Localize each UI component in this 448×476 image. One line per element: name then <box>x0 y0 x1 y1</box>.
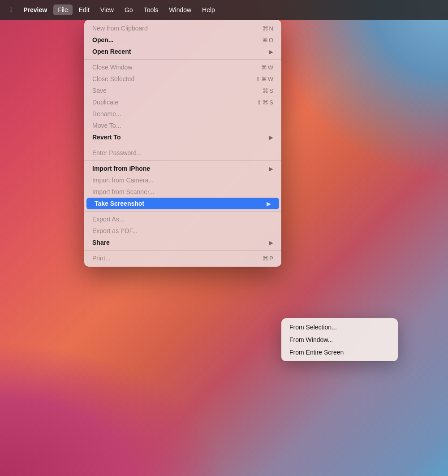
menu-item-export-pdf[interactable]: Export as PDF... <box>84 225 281 237</box>
apple-menu[interactable]:  <box>5 4 17 16</box>
separator-3 <box>84 160 281 161</box>
menu-item-print[interactable]: Print... ⌘P <box>84 252 281 264</box>
menu-item-import-iphone[interactable]: Import from iPhone ▶ <box>84 163 281 174</box>
window-menu[interactable]: Window <box>164 4 196 15</box>
submenu-item-from-window[interactable]: From Window... <box>281 333 398 346</box>
menu-item-open-recent[interactable]: Open Recent ▶ <box>84 46 281 57</box>
go-menu[interactable]: Go <box>120 4 138 15</box>
menu-item-move-to[interactable]: Move To... <box>84 120 281 131</box>
desktop:  Preview File Edit View Go Tools Window… <box>0 0 448 476</box>
file-menu-dropdown: New from Clipboard ⌘N Open... ⌘O Open Re… <box>84 20 281 267</box>
tools-menu[interactable]: Tools <box>139 4 163 15</box>
file-menu-trigger[interactable]: File <box>53 4 73 15</box>
menu-item-enter-password[interactable]: Enter Password... <box>84 147 281 159</box>
chevron-right-icon: ▶ <box>267 200 271 207</box>
separator-1 <box>84 59 281 60</box>
menu-item-close-window[interactable]: Close Window ⌘W <box>84 61 281 73</box>
menu-item-duplicate[interactable]: Duplicate ⇧⌘S <box>84 96 281 108</box>
menu-item-rename[interactable]: Rename... <box>84 108 281 120</box>
menu-item-new-clipboard[interactable]: New from Clipboard ⌘N <box>84 22 281 34</box>
menu-item-share[interactable]: Share ▶ <box>84 237 281 248</box>
separator-2 <box>84 145 281 145</box>
menubar:  Preview File Edit View Go Tools Window… <box>0 0 448 20</box>
edit-menu[interactable]: Edit <box>74 4 94 15</box>
menu-item-import-scanner[interactable]: Import from Scanner... <box>84 186 281 198</box>
view-menu[interactable]: View <box>96 4 118 15</box>
menu-item-import-camera[interactable]: Import from Camera... <box>84 174 281 186</box>
chevron-right-icon: ▶ <box>269 134 273 141</box>
menu-item-close-selected[interactable]: Close Selected ⇧⌘W <box>84 73 281 85</box>
help-menu[interactable]: Help <box>198 4 220 15</box>
menu-item-revert-to[interactable]: Revert To ▶ <box>84 131 281 143</box>
separator-4 <box>84 211 281 212</box>
screenshot-submenu: From Selection... From Window... From En… <box>281 318 398 361</box>
chevron-right-icon: ▶ <box>269 239 273 246</box>
menu-item-take-screenshot[interactable]: Take Screenshot ▶ <box>86 198 279 209</box>
chevron-right-icon: ▶ <box>269 48 273 55</box>
separator-5 <box>84 250 281 251</box>
submenu-item-from-entire-screen[interactable]: From Entire Screen <box>281 346 398 359</box>
preview-menu[interactable]: Preview <box>19 4 52 15</box>
menu-item-save[interactable]: Save ⌘S <box>84 85 281 96</box>
menu-item-open[interactable]: Open... ⌘O <box>84 34 281 46</box>
menu-item-export-as[interactable]: Export As... <box>84 213 281 225</box>
submenu-item-from-selection[interactable]: From Selection... <box>281 321 398 333</box>
chevron-right-icon: ▶ <box>269 165 273 172</box>
